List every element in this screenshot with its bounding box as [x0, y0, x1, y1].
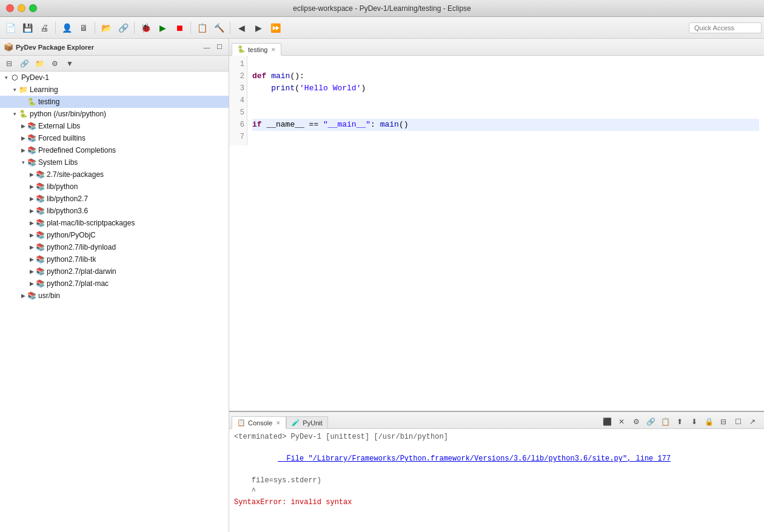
- sidebar-title: PyDev Package Explorer: [16, 44, 199, 51]
- toolbar-sep-1: [55, 22, 56, 34]
- link-editor-button[interactable]: 🔗: [18, 58, 31, 70]
- toggle-python27dynload[interactable]: ▶: [28, 244, 35, 251]
- console-output: <terminated> PyDev-1 [unittest] [/usr/bi…: [229, 429, 764, 532]
- console-tool-1[interactable]: ⬛: [600, 415, 614, 428]
- toggle-sitepackages[interactable]: ▶: [28, 171, 35, 178]
- link-button[interactable]: 🔗: [115, 20, 131, 36]
- tree-item-python27libtk[interactable]: ▶ 📚 python2.7/lib-tk: [0, 253, 229, 265]
- quick-access-input[interactable]: [689, 22, 762, 33]
- lib-icon-extlibs: 📚: [27, 121, 36, 131]
- toggle-pydev1[interactable]: ▾: [2, 74, 10, 81]
- tree-item-extlibs[interactable]: ▶ 📚 External Libs: [0, 120, 229, 132]
- line-num-6: 6: [232, 119, 244, 131]
- console-line-link[interactable]: File "/Library/Frameworks/Python.framewo…: [234, 442, 759, 475]
- profile-button[interactable]: 👤: [59, 20, 75, 36]
- tree-item-python[interactable]: ▾ 🐍 python (/usr/bin/python): [0, 108, 229, 120]
- console-tool-8[interactable]: 🔒: [702, 415, 715, 428]
- debug-button[interactable]: 🐞: [138, 20, 153, 36]
- stop-button[interactable]: ⏹: [172, 20, 187, 36]
- print-button[interactable]: 🖨: [36, 20, 52, 36]
- pyunit-tab[interactable]: 🧪 PyUnit: [286, 416, 327, 429]
- code-editor[interactable]: 1 2 3 4 5 6 7 def main(): print('Hello W…: [229, 56, 764, 411]
- line-num-7: 7: [232, 131, 244, 143]
- next-button[interactable]: ⏩: [267, 20, 283, 36]
- new-button[interactable]: 📄: [2, 20, 18, 36]
- tree-item-pythonobjc[interactable]: ▶ 📚 python/PyObjC: [0, 229, 229, 241]
- toggle-libpython[interactable]: ▶: [28, 183, 35, 190]
- main-area: 📦 PyDev Package Explorer — ☐ ⊟ 🔗 📁 ⚙ ▼ ▾…: [0, 39, 764, 532]
- tree-label-libpython: lib/python: [47, 182, 78, 191]
- tree-item-forcedbuiltins[interactable]: ▶ 📚 Forced builtins: [0, 132, 229, 144]
- tree-item-usrbin[interactable]: ▶ 📚 usr/bin: [0, 290, 229, 302]
- toggle-extlibs[interactable]: ▶: [19, 122, 27, 130]
- save-button[interactable]: 💾: [19, 20, 35, 36]
- maximize-button[interactable]: [29, 4, 37, 12]
- console-link-text[interactable]: File "/Library/Frameworks/Python.framewo…: [278, 454, 671, 463]
- tree-item-libpython27[interactable]: ▶ 📚 lib/python2.7: [0, 193, 229, 205]
- tree-item-predefinedcompletions[interactable]: ▶ 📚 Predefined Completions: [0, 144, 229, 156]
- monitor-button[interactable]: 🖥: [76, 20, 92, 36]
- minimize-sidebar-button[interactable]: —: [201, 42, 212, 53]
- code-area: 1 2 3 4 5 6 7 def main(): print('Hello W…: [229, 56, 764, 145]
- build-button[interactable]: 🔨: [211, 20, 227, 36]
- tree-item-sitepackages[interactable]: ▶ 📚 2.7/site-packages: [0, 168, 229, 181]
- lib-icon-sitepackages: 📚: [35, 170, 45, 179]
- toggle-python27platmac[interactable]: ▶: [28, 280, 35, 287]
- tree-item-testing[interactable]: ▶ 🐍 testing: [0, 96, 229, 108]
- console-tab[interactable]: 📋 Console ✕: [232, 416, 286, 429]
- tree-label-libpython36: lib/python3.6: [47, 207, 88, 215]
- editor-tab-testing[interactable]: 🐍 testing ✕: [232, 43, 281, 56]
- console-tool-3[interactable]: ⚙: [629, 415, 643, 428]
- window-controls[interactable]: [6, 4, 37, 12]
- toggle-libpython36[interactable]: ▶: [28, 207, 35, 214]
- toggle-systemlibs[interactable]: ▾: [19, 159, 27, 166]
- tree-item-python27dynload[interactable]: ▶ 📚 python2.7/lib-dynload: [0, 241, 229, 253]
- tree-item-systemlibs[interactable]: ▾ 📚 System Libs: [0, 156, 229, 168]
- open-button[interactable]: 📂: [98, 20, 114, 36]
- console-tool-11[interactable]: ↗: [746, 415, 759, 428]
- tree-label-extlibs: External Libs: [38, 122, 80, 130]
- toggle-pythonobjc[interactable]: ▶: [28, 231, 35, 239]
- tree-item-platmac[interactable]: ▶ 📚 plat-mac/lib-scriptpackages: [0, 217, 229, 229]
- console-tool-4[interactable]: 🔗: [644, 415, 657, 428]
- console-clear-button[interactable]: ✕: [615, 415, 628, 428]
- configure-button[interactable]: ⚙: [48, 58, 61, 70]
- toggle-predefinedcompletions[interactable]: ▶: [19, 147, 27, 154]
- console-tool-7[interactable]: ⬇: [688, 415, 701, 428]
- tree-item-libpython36[interactable]: ▶ 📚 lib/python3.6: [0, 205, 229, 217]
- forward-button[interactable]: ▶: [250, 20, 266, 36]
- toggle-platmac[interactable]: ▶: [28, 219, 35, 227]
- toggle-python[interactable]: ▾: [11, 110, 18, 118]
- run-button[interactable]: ▶: [155, 20, 170, 36]
- console-tool-5[interactable]: 📋: [658, 415, 672, 428]
- tree-item-learning[interactable]: ▾ 📁 Learning: [0, 84, 229, 96]
- back-button[interactable]: ◀: [233, 20, 249, 36]
- tree-item-pydev1[interactable]: ▾ ⬡ PyDev-1: [0, 71, 229, 84]
- collapse-all-button[interactable]: ⊟: [2, 58, 16, 70]
- toggle-libpython27[interactable]: ▶: [28, 195, 35, 202]
- toggle-forcedbuiltins[interactable]: ▶: [19, 135, 27, 142]
- tree-label-python27platdarwin: python2.7/plat-darwin: [47, 267, 116, 276]
- toggle-python27libtk[interactable]: ▶: [28, 256, 35, 263]
- toggle-learning[interactable]: ▾: [11, 86, 18, 93]
- tree-item-python27platmac[interactable]: ▶ 📚 python2.7/plat-mac: [0, 278, 229, 290]
- toggle-python27platdarwin[interactable]: ▶: [28, 268, 35, 275]
- new-folder-button[interactable]: 📁: [33, 58, 46, 70]
- console-tool-10[interactable]: ☐: [731, 415, 745, 428]
- toolbar-sep-2: [95, 22, 95, 34]
- tree-item-python27platdarwin[interactable]: ▶ 📚 python2.7/plat-darwin: [0, 265, 229, 278]
- console-tab-close[interactable]: ✕: [276, 420, 281, 426]
- clipboard-button[interactable]: 📋: [194, 20, 210, 36]
- toggle-usrbin[interactable]: ▶: [19, 292, 27, 299]
- minimize-button[interactable]: [18, 4, 25, 12]
- console-line-caret: ^: [234, 486, 759, 497]
- tab-close-icon[interactable]: ✕: [271, 47, 276, 53]
- console-tool-9[interactable]: ⊟: [717, 415, 730, 428]
- code-lines[interactable]: def main(): print('Hello World') if __na…: [247, 56, 764, 145]
- maximize-sidebar-button[interactable]: ☐: [214, 42, 225, 53]
- console-toolbar: ⬛ ✕ ⚙ 🔗 📋 ⬆ ⬇ 🔒 ⊟ ☐ ↗: [600, 415, 762, 428]
- console-tool-6[interactable]: ⬆: [673, 415, 686, 428]
- view-menu-button[interactable]: ▼: [63, 58, 76, 70]
- close-button[interactable]: [6, 4, 14, 12]
- tree-item-libpython[interactable]: ▶ 📚 lib/python: [0, 181, 229, 193]
